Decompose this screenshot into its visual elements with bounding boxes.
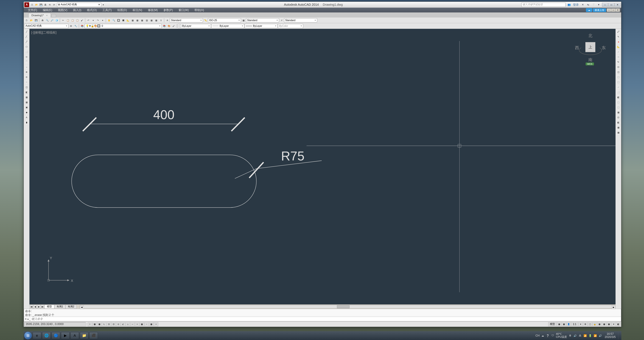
dim-style-dropdown[interactable]: ISO-25 ▼ xyxy=(208,18,241,22)
sub-restore[interactable]: ▭ xyxy=(611,8,616,12)
drawing-viewport[interactable]: [-][俯视][二维线框] 400 xyxy=(30,29,616,304)
close-button[interactable]: ✕ xyxy=(614,3,620,7)
menu-parametric[interactable]: 参数(P) xyxy=(160,8,176,13)
offset-icon[interactable]: 📐 xyxy=(616,45,620,49)
undo-dd-icon[interactable]: ▾ xyxy=(91,18,95,23)
viewcube-north[interactable]: 北 xyxy=(588,33,592,39)
ws-wrench-icon[interactable]: 🔧 xyxy=(74,24,78,28)
x-icon[interactable]: ✕ xyxy=(580,3,585,7)
ellipse-arc-icon[interactable]: ~ xyxy=(24,80,29,84)
fillet-icon[interactable]: ⬚ xyxy=(616,100,620,104)
infocenter-signin-icon[interactable]: 👥 xyxy=(567,3,572,7)
hscroll-right-icon[interactable]: ▶ xyxy=(612,305,615,309)
mirror-icon[interactable]: 🔺 xyxy=(616,40,620,44)
lwt-toggle[interactable]: ↔ xyxy=(130,322,135,326)
cpu-temp-widget[interactable]: 40℃ CPU温度 xyxy=(556,332,567,338)
osnap-toggle[interactable]: ⊡ xyxy=(107,322,111,326)
show-desktop-button[interactable] xyxy=(618,332,621,339)
mtext-icon[interactable]: A xyxy=(24,115,29,120)
ssm-icon[interactable]: ▦ xyxy=(140,18,144,23)
layer-btn1-icon[interactable]: 📚 xyxy=(162,24,166,28)
nav-prev-icon[interactable]: ◀ xyxy=(33,305,37,309)
coordinate-display[interactable]: 3595.2159, 203.3240 , 0.0000 xyxy=(24,322,86,326)
sb-gear-icon[interactable]: ⚙ xyxy=(583,322,588,326)
xline-icon[interactable]: ╱. xyxy=(24,35,29,39)
hatch-icon[interactable]: ▦ xyxy=(24,100,29,104)
zoom-win-icon[interactable]: 🔲 xyxy=(116,18,121,23)
text-style-dropdown[interactable]: Standard ▼ xyxy=(170,18,203,22)
linetype-dropdown[interactable]: ByLayer ▼ xyxy=(211,24,244,28)
line-icon[interactable]: ╱ xyxy=(24,30,29,34)
hscroll-thumb[interactable] xyxy=(337,305,350,308)
sb-r7-icon[interactable]: ▢ xyxy=(588,322,592,326)
dc-icon[interactable]: ▦ xyxy=(130,18,135,23)
tray-vol1-icon[interactable]: 🔊 xyxy=(573,334,577,337)
qat-save-icon[interactable]: 💾 xyxy=(39,3,43,7)
qat-print-icon[interactable]: 🖶 xyxy=(43,3,47,7)
hscroll-left-icon[interactable]: ◀ xyxy=(80,305,84,309)
tray-batt-icon[interactable]: 🔋 xyxy=(588,334,592,337)
mod17-icon[interactable]: ▦ xyxy=(616,110,620,114)
ortho-toggle[interactable]: ▦ xyxy=(97,322,102,326)
sb-scale-dd-icon[interactable]: ▾ xyxy=(578,322,583,326)
tray-sig-icon[interactable]: 📶 xyxy=(593,334,597,337)
insert-icon[interactable]: ◫ xyxy=(24,85,29,89)
sb-person-icon[interactable]: 👤 xyxy=(566,322,571,326)
array-icon[interactable]: ⟋ xyxy=(616,50,620,54)
nav-next-icon[interactable]: ▶ xyxy=(37,305,41,309)
preview-icon[interactable]: 🔍 xyxy=(45,18,50,23)
nav-first-icon[interactable]: |◀ xyxy=(30,305,33,309)
wcs-badge[interactable]: WCS xyxy=(586,63,594,65)
gradient-icon[interactable]: ▣ xyxy=(24,105,29,109)
exchange-icon[interactable]: ⇆ xyxy=(586,3,590,7)
qp-toggle[interactable]: ▦ xyxy=(140,322,144,326)
qc-icon[interactable]: ▦ xyxy=(149,18,154,23)
minimize-button[interactable]: — xyxy=(602,3,608,7)
circle-icon[interactable]: ⊙ xyxy=(24,55,29,59)
sc-toggle[interactable]: ▫ xyxy=(144,322,149,326)
ws-gear-icon[interactable]: ⚙ xyxy=(69,24,73,28)
taskbar-ie-icon[interactable]: e xyxy=(33,332,41,339)
brush-icon[interactable]: 🖌 xyxy=(80,18,84,23)
nav-last-icon[interactable]: ▶| xyxy=(41,305,44,309)
mod21-icon[interactable]: ▦ xyxy=(616,130,620,135)
document-tab-active[interactable]: Drawing1* ✕ xyxy=(28,13,51,18)
zoom-rt-icon[interactable]: 🔍 xyxy=(112,18,116,23)
mod20-icon[interactable]: ▦ xyxy=(616,125,620,130)
table-icon[interactable]: ⬮ xyxy=(24,120,29,125)
help-dd-icon[interactable]: ▾ xyxy=(596,3,601,7)
new-tab-button[interactable] xyxy=(52,14,56,18)
model-space-button[interactable]: 模型 xyxy=(548,322,557,326)
cmd-close-icon[interactable]: ✕ xyxy=(24,317,27,321)
layer-dropdown[interactable]: 💡 ❄ 🔒 🎨 🔲 0 ▼ xyxy=(85,24,162,28)
plus-toggle[interactable]: + xyxy=(154,322,158,326)
annotation-scale[interactable]: 1:1 xyxy=(571,322,578,326)
mod18-icon[interactable]: ⊡ xyxy=(616,115,620,120)
viewcube-west[interactable]: 西 xyxy=(575,45,579,51)
layer-btn2-icon[interactable]: 🎨 xyxy=(167,24,171,28)
taskbar-clock[interactable]: 16:57 2020/3/5 xyxy=(605,332,616,339)
sb-clean-icon[interactable]: ◧ xyxy=(616,322,620,326)
help2-icon[interactable]: ℹ xyxy=(159,18,163,23)
plotstyle-dropdown[interactable]: ByColor ▼ xyxy=(278,24,303,28)
join-icon[interactable]: ⬜ xyxy=(616,90,620,94)
menu-window[interactable]: 窗口(W) xyxy=(176,8,192,13)
sub-minimize[interactable]: — xyxy=(607,8,611,12)
start-button[interactable]: ⊞ xyxy=(24,332,32,339)
zoom-prev-icon[interactable]: 🔳 xyxy=(121,18,125,23)
mleaderstyle-icon[interactable]: ↗ xyxy=(279,18,284,23)
sb-r11-icon[interactable]: ▦ xyxy=(607,322,611,326)
taskbar-recorder-icon[interactable]: ⬛ xyxy=(89,332,98,339)
maximize-button[interactable]: ▭ xyxy=(608,3,614,7)
publish-icon[interactable]: 🔎 xyxy=(50,18,54,23)
erase-icon[interactable]: 🖍 xyxy=(616,30,620,34)
sb-r12-icon[interactable]: ▾ xyxy=(612,322,616,326)
sb-r10-icon[interactable]: ▦ xyxy=(602,322,606,326)
grid-toggle[interactable]: ▦ xyxy=(92,322,97,326)
menu-insert[interactable]: 插入(I) xyxy=(70,8,84,13)
region-icon[interactable]: ◆ xyxy=(24,110,29,114)
open-icon[interactable]: 📂 xyxy=(29,18,34,23)
qat-open-icon[interactable]: 📂 xyxy=(34,3,38,7)
pan-icon[interactable]: ✋ xyxy=(107,18,111,23)
layermgr-icon[interactable]: 📚 xyxy=(80,24,84,28)
